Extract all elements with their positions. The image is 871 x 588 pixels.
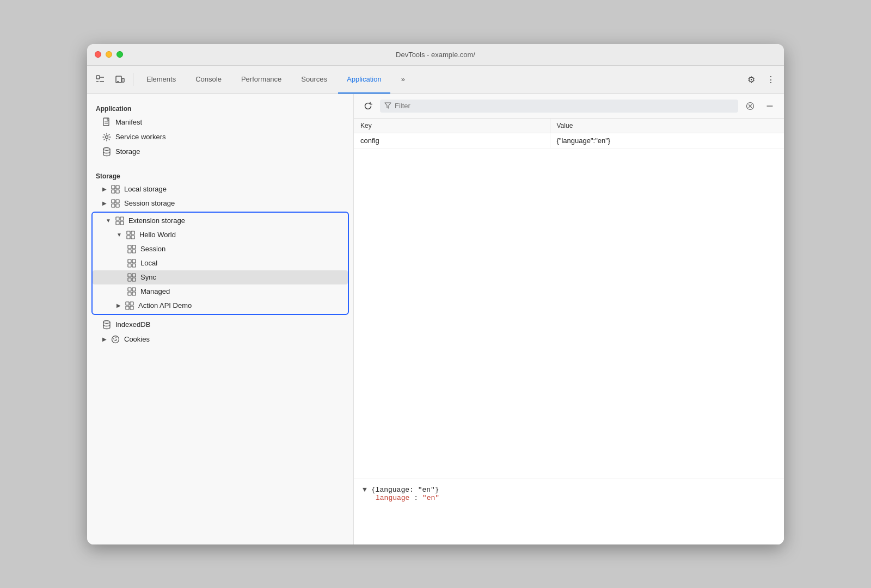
right-panel: Key Value config {"language":"en"} ▼ (354, 94, 784, 544)
tab-console[interactable]: Console (187, 65, 230, 94)
grid-icon-3 (115, 216, 124, 225)
tab-elements[interactable]: Elements (138, 65, 185, 94)
tab-application[interactable]: Application (338, 65, 390, 94)
sidebar-item-session-storage[interactable]: ▶ Session storage (89, 196, 351, 211)
sidebar-label-cookies: Cookies (124, 335, 150, 343)
grid-icon-4 (126, 231, 135, 239)
svg-rect-19 (116, 204, 119, 207)
svg-rect-13 (116, 185, 119, 189)
grid-icon-9 (125, 301, 134, 310)
sidebar-label-indexeddb: IndexedDB (115, 320, 150, 329)
table-header-row: Key Value (354, 119, 784, 133)
titlebar: DevTools - example.com/ (87, 44, 784, 66)
chevron-right-icon: ▶ (102, 186, 107, 192)
sidebar-item-action-api-demo[interactable]: ▶ Action API Demo (93, 299, 348, 313)
svg-rect-32 (128, 259, 131, 263)
traffic-lights (95, 51, 123, 58)
more-options-button[interactable]: ⋮ (762, 71, 780, 88)
sidebar-item-managed[interactable]: Managed (93, 284, 348, 299)
svg-rect-47 (130, 306, 133, 310)
grid-icon (111, 185, 120, 194)
sidebar-label-manifest: Manifest (115, 118, 142, 126)
tab-more[interactable]: » (392, 65, 414, 94)
svg-rect-40 (128, 288, 131, 291)
svg-point-48 (103, 320, 110, 323)
grid-icon-6 (127, 259, 136, 268)
grid-icon-2 (111, 199, 120, 208)
tab-performance[interactable]: Performance (232, 65, 290, 94)
sidebar-item-extension-storage[interactable]: ▼ Extension storage (93, 214, 348, 228)
svg-point-10 (106, 135, 108, 138)
sidebar-label-managed: Managed (140, 287, 170, 295)
sidebar-item-storage-app[interactable]: Storage (89, 144, 351, 159)
detail-property-value: "en" (422, 494, 439, 502)
svg-rect-42 (128, 292, 131, 295)
devtools-window: DevTools - example.com/ Elements Console (87, 44, 784, 544)
sidebar: Application Manifest (87, 94, 354, 544)
minimize-button[interactable] (106, 51, 112, 58)
svg-rect-36 (128, 274, 131, 277)
svg-rect-5 (122, 78, 124, 82)
chevron-down-icon: ▼ (106, 218, 111, 224)
svg-rect-38 (128, 278, 131, 281)
sidebar-label-session: Session (140, 245, 165, 253)
toolbar-divider (133, 73, 133, 86)
sidebar-label-hello-world: Hello World (139, 231, 176, 239)
sidebar-item-local-storage[interactable]: ▶ Local storage (89, 182, 351, 196)
sidebar-item-session[interactable]: Session (93, 242, 348, 256)
chevron-right-icon-2: ▶ (102, 200, 107, 206)
chevron-right-icon-4: ▶ (102, 336, 107, 342)
svg-rect-34 (128, 264, 131, 267)
svg-rect-43 (132, 292, 136, 295)
detail-property-line: language : "en" (363, 494, 775, 502)
tab-sources[interactable]: Sources (292, 65, 336, 94)
delete-button[interactable] (762, 98, 777, 114)
svg-point-11 (103, 147, 110, 150)
device-mode-button[interactable] (111, 71, 128, 88)
svg-rect-31 (132, 250, 136, 253)
svg-rect-25 (131, 231, 134, 234)
close-button[interactable] (95, 51, 101, 58)
sidebar-section-storage: Storage (87, 168, 353, 182)
svg-rect-17 (116, 200, 119, 203)
svg-rect-46 (126, 306, 129, 310)
svg-rect-27 (131, 236, 134, 239)
sidebar-item-hello-world[interactable]: ▼ Hello World (93, 228, 348, 242)
detail-property-name: language (376, 494, 409, 502)
extension-storage-box: ▼ Extension storage ▼ (91, 212, 349, 315)
svg-rect-37 (132, 274, 136, 277)
storage-table: Key Value config {"language":"en"} (354, 119, 784, 148)
svg-rect-21 (120, 217, 124, 220)
detail-chevron-icon: ▼ (363, 486, 367, 494)
col-header-value: Value (550, 119, 784, 133)
sidebar-item-local[interactable]: Local (93, 256, 348, 270)
sidebar-label-extension-storage: Extension storage (128, 216, 185, 225)
toolbar-right: ⚙ ⋮ (743, 71, 780, 88)
main-content: Application Manifest (87, 94, 784, 544)
grid-icon-5 (127, 245, 136, 253)
svg-rect-20 (116, 217, 119, 220)
settings-button[interactable]: ⚙ (743, 71, 760, 88)
sidebar-label-local-storage: Local storage (124, 185, 167, 193)
svg-rect-15 (116, 190, 119, 193)
cell-value: {"language":"en"} (550, 133, 784, 148)
svg-rect-29 (132, 245, 136, 249)
table-row[interactable]: config {"language":"en"} (354, 133, 784, 148)
sidebar-item-sync[interactable]: Sync (93, 270, 348, 284)
gear-icon (102, 133, 111, 141)
sidebar-item-manifest[interactable]: Manifest (89, 115, 351, 130)
db-icon-2 (102, 320, 111, 330)
detail-object-label: {language: "en"} (371, 486, 439, 494)
sidebar-item-cookies[interactable]: ▶ Cookies (89, 332, 351, 346)
sidebar-item-service-workers[interactable]: Service workers (89, 130, 351, 144)
sidebar-item-indexeddb[interactable]: IndexedDB (89, 317, 351, 332)
inspect-element-button[interactable] (91, 71, 109, 88)
svg-rect-16 (112, 200, 115, 203)
svg-rect-45 (130, 302, 133, 305)
reload-button[interactable] (360, 98, 376, 114)
clear-filter-button[interactable] (743, 98, 758, 114)
svg-rect-28 (128, 245, 131, 249)
maximize-button[interactable] (116, 51, 123, 58)
filter-input-wrap (380, 100, 738, 113)
filter-input[interactable] (395, 102, 734, 110)
